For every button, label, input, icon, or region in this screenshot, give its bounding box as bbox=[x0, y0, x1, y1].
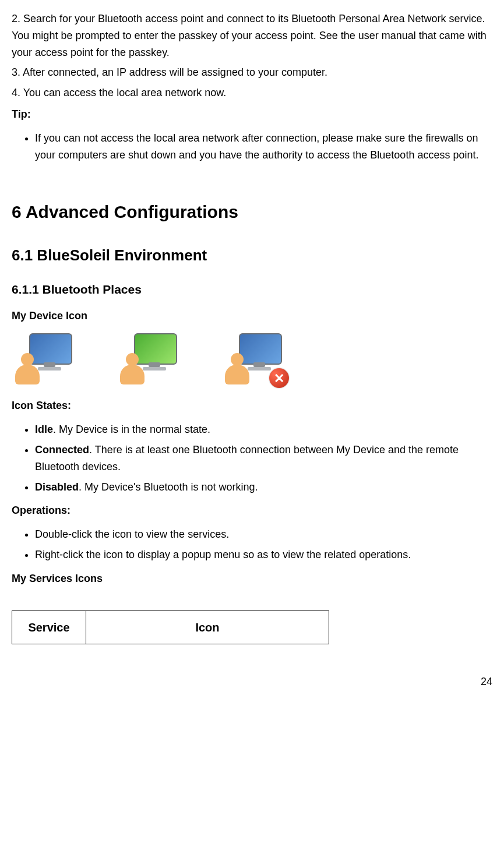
step-4: 4. You can access the local area network… bbox=[12, 84, 492, 101]
icon-state-term: Disabled bbox=[35, 481, 79, 493]
step-3: 3. After connected, an IP address will b… bbox=[12, 64, 492, 81]
operations-list: Double-click the icon to view the servic… bbox=[35, 526, 492, 563]
device-icons-row: ✕ bbox=[12, 333, 492, 386]
device-connected-icon bbox=[117, 333, 181, 386]
icon-states-label: Icon States: bbox=[12, 397, 492, 414]
icon-state-rest: . There is at least one Bluetooth connec… bbox=[35, 444, 459, 472]
heading-6-1-1: 6.1.1 Bluetooth Places bbox=[12, 280, 492, 299]
icon-state-item: Idle. My Device is in the normal state. bbox=[35, 421, 492, 438]
icon-state-term: Idle bbox=[35, 424, 53, 435]
heading-6-1: 6.1 BlueSoleil Environment bbox=[12, 244, 492, 268]
operations-label: Operations: bbox=[12, 502, 492, 519]
my-services-icons-label: My Services Icons bbox=[12, 570, 492, 587]
x-icon: ✕ bbox=[269, 368, 289, 388]
services-table: Service Icon bbox=[12, 611, 329, 644]
icon-state-rest: . My Device is in the normal state. bbox=[53, 424, 210, 435]
step-2: 2. Search for your Bluetooth access poin… bbox=[12, 10, 492, 61]
device-idle-icon bbox=[12, 333, 76, 386]
icon-states-list: Idle. My Device is in the normal state. … bbox=[35, 421, 492, 495]
heading-6: 6 Advanced Configurations bbox=[12, 198, 492, 226]
tip-item: If you can not access the local area net… bbox=[35, 130, 492, 164]
icon-state-item: Disabled. My Device's Bluetooth is not w… bbox=[35, 479, 492, 496]
operation-item: Right-click the icon to display a popup … bbox=[35, 546, 492, 563]
icon-state-item: Connected. There is at least one Bluetoo… bbox=[35, 442, 492, 475]
device-disabled-icon: ✕ bbox=[221, 333, 286, 386]
tip-list: If you can not access the local area net… bbox=[35, 130, 492, 164]
icon-state-rest: . My Device's Bluetooth is not working. bbox=[79, 481, 258, 493]
icon-state-term: Connected bbox=[35, 444, 89, 456]
my-device-icon-label: My Device Icon bbox=[12, 308, 492, 324]
table-header-service: Service bbox=[12, 611, 86, 644]
tip-label: Tip: bbox=[12, 106, 492, 123]
table-header-icon: Icon bbox=[86, 611, 329, 644]
operation-item: Double-click the icon to view the servic… bbox=[35, 526, 492, 543]
page-number: 24 bbox=[12, 673, 492, 690]
